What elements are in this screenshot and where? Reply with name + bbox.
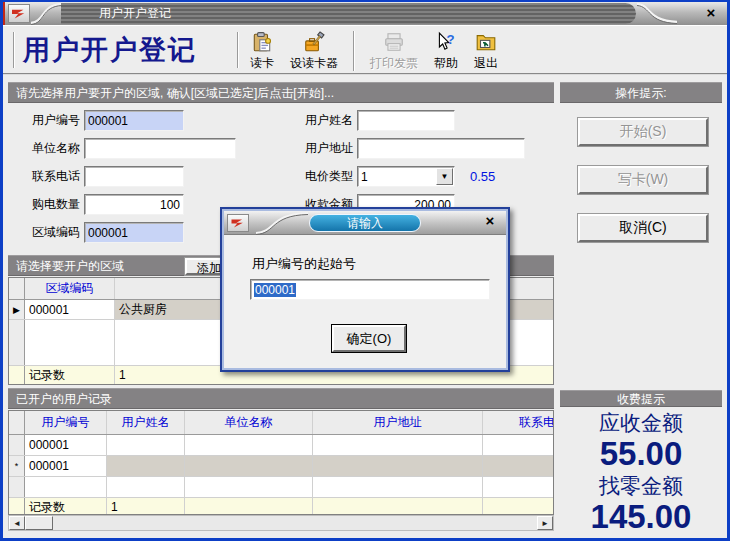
card-reader-icon bbox=[251, 30, 273, 54]
fee-header: 收费提示 bbox=[560, 390, 722, 407]
titlebar-curve-right bbox=[633, 2, 679, 25]
price-rate-value: 0.55 bbox=[470, 166, 495, 187]
start-number-input[interactable]: 000001 bbox=[250, 279, 490, 300]
users-table-row[interactable]: 000001 bbox=[9, 435, 553, 456]
user-id-input[interactable] bbox=[84, 110, 184, 131]
users-record-count-value: 1 bbox=[107, 498, 185, 515]
dialog-close-button[interactable]: × bbox=[482, 213, 498, 229]
receivable-amount: 55.00 bbox=[600, 436, 683, 472]
exit-label: 退出 bbox=[474, 55, 498, 72]
receivable-label: 应收金额 bbox=[599, 409, 683, 436]
scroll-track[interactable] bbox=[53, 516, 537, 530]
horizontal-scrollbar[interactable]: ◄ ► bbox=[8, 515, 554, 531]
users-table: 用户编号 用户姓名 单位名称 用户地址 联系电话 000001 * 000001 bbox=[8, 410, 554, 515]
purchase-qty-label: 购电数量 bbox=[20, 194, 80, 215]
setup-reader-label: 设读卡器 bbox=[290, 55, 338, 72]
price-type-label: 电价类型 bbox=[293, 166, 353, 187]
user-name-label: 用户姓名 bbox=[293, 110, 353, 131]
users-table-header: 用户编号 用户姓名 单位名称 用户地址 联系电话 bbox=[9, 411, 553, 435]
users-table-row[interactable]: * 000001 bbox=[9, 456, 553, 477]
setup-reader-button[interactable]: 设读卡器 bbox=[287, 29, 341, 73]
print-invoice-label: 打印发票 bbox=[370, 55, 418, 72]
current-row-marker: ▶ bbox=[9, 300, 25, 319]
print-invoice-button: 打印发票 bbox=[367, 29, 421, 73]
scroll-right-icon[interactable]: ► bbox=[537, 516, 553, 530]
toolbar-separator bbox=[13, 32, 15, 68]
help-icon: ? bbox=[435, 30, 457, 54]
read-card-label: 读卡 bbox=[250, 55, 274, 72]
address-input[interactable] bbox=[357, 138, 525, 159]
close-button[interactable]: × bbox=[703, 5, 719, 21]
price-type-value: 1 bbox=[358, 170, 435, 184]
input-dialog: 请输入 × 用户编号的起始号 000001 确定(O) bbox=[220, 207, 510, 372]
dialog-body: 用户编号的起始号 000001 确定(O) bbox=[224, 235, 506, 368]
help-button[interactable]: ? 帮助 bbox=[431, 29, 461, 73]
toolbar: 用户开户登记 读卡 bbox=[3, 25, 727, 75]
users-col-phone[interactable]: 联系电话 bbox=[483, 411, 554, 434]
toolbar-separator bbox=[237, 32, 239, 68]
help-label: 帮助 bbox=[434, 55, 458, 72]
ops-header: 操作提示: bbox=[560, 82, 722, 103]
users-col-name[interactable]: 用户姓名 bbox=[107, 411, 185, 434]
users-col-address[interactable]: 用户地址 bbox=[313, 411, 483, 434]
user-id-cell[interactable]: 000001 bbox=[25, 435, 107, 455]
dialog-prompt: 用户编号的起始号 bbox=[252, 255, 356, 273]
printer-icon bbox=[383, 30, 405, 54]
area-code-input[interactable] bbox=[84, 222, 184, 243]
app-logo-icon bbox=[8, 4, 30, 23]
read-card-button[interactable]: 读卡 bbox=[247, 29, 277, 73]
toolbar-buttons: 读卡 设读卡器 bbox=[247, 29, 501, 73]
area-section-title: 请选择要开户的区域 bbox=[16, 259, 124, 273]
price-type-select[interactable]: 1 ▼ bbox=[357, 166, 455, 187]
titlebar-curve-left bbox=[29, 2, 63, 25]
phone-label: 联系电话 bbox=[20, 166, 80, 187]
user-id-cell[interactable]: 000001 bbox=[25, 456, 107, 476]
phone-input[interactable] bbox=[84, 166, 184, 187]
start-button: 开始(S) bbox=[578, 118, 708, 146]
selected-input-text: 000001 bbox=[254, 283, 296, 297]
ok-button[interactable]: 确定(O) bbox=[332, 325, 406, 352]
titlebar-accent bbox=[3, 2, 5, 25]
fee-panel: 应收金额 55.00 找零金额 145.00 bbox=[560, 409, 722, 535]
card-reader-setup-icon bbox=[303, 30, 325, 54]
change-label: 找零金额 bbox=[599, 472, 683, 499]
window-title: 用户开户登记 bbox=[61, 3, 636, 24]
cancel-button[interactable]: 取消(C) bbox=[578, 214, 708, 242]
area-code-cell[interactable]: 000001 bbox=[25, 300, 115, 319]
dialog-curve bbox=[252, 211, 310, 235]
svg-text:?: ? bbox=[447, 32, 455, 47]
exit-button[interactable]: 退出 bbox=[471, 29, 501, 73]
page-title: 用户开户登记 bbox=[23, 32, 197, 68]
toolbar-separator bbox=[353, 31, 355, 71]
users-table-empty-row bbox=[9, 477, 553, 498]
area-code-label: 区域编码 bbox=[20, 222, 80, 243]
area-col-code[interactable]: 区域编码 bbox=[25, 278, 115, 299]
write-card-button: 写卡(W) bbox=[578, 166, 708, 194]
dialog-titlebar: 请输入 × bbox=[224, 211, 506, 235]
dialog-title: 请输入 bbox=[309, 214, 421, 232]
exit-icon bbox=[475, 30, 497, 54]
instruction-bar: 请先选择用户要开户的区域, 确认[区域已选定]后点击[开始]... bbox=[8, 82, 554, 103]
chevron-down-icon[interactable]: ▼ bbox=[436, 168, 453, 185]
unit-name-label: 单位名称 bbox=[20, 138, 80, 159]
users-record-count-label: 记录数 bbox=[25, 498, 107, 515]
users-col-id[interactable]: 用户编号 bbox=[25, 411, 107, 434]
row-marker-header bbox=[9, 411, 25, 434]
users-col-unit[interactable]: 单位名称 bbox=[185, 411, 313, 434]
new-row-marker: * bbox=[9, 456, 25, 476]
row-marker-header bbox=[9, 278, 25, 299]
user-id-label: 用户编号 bbox=[20, 110, 80, 131]
address-label: 用户地址 bbox=[293, 138, 353, 159]
row-marker bbox=[9, 435, 25, 455]
application-window: 用户开户登记 × 用户开户登记 bbox=[0, 0, 730, 541]
scroll-left-icon[interactable]: ◄ bbox=[9, 516, 25, 530]
purchase-qty-input[interactable] bbox=[84, 194, 184, 215]
area-record-count-label: 记录数 bbox=[25, 366, 115, 384]
user-name-input[interactable] bbox=[357, 110, 455, 131]
users-table-footer: 记录数 1 bbox=[9, 498, 553, 515]
window-titlebar: 用户开户登记 × bbox=[3, 2, 727, 25]
users-section-header: 已开户的用户记录 bbox=[8, 388, 554, 409]
unit-name-input[interactable] bbox=[84, 138, 236, 159]
dialog-logo-icon bbox=[227, 214, 249, 232]
scroll-thumb[interactable] bbox=[25, 516, 53, 530]
